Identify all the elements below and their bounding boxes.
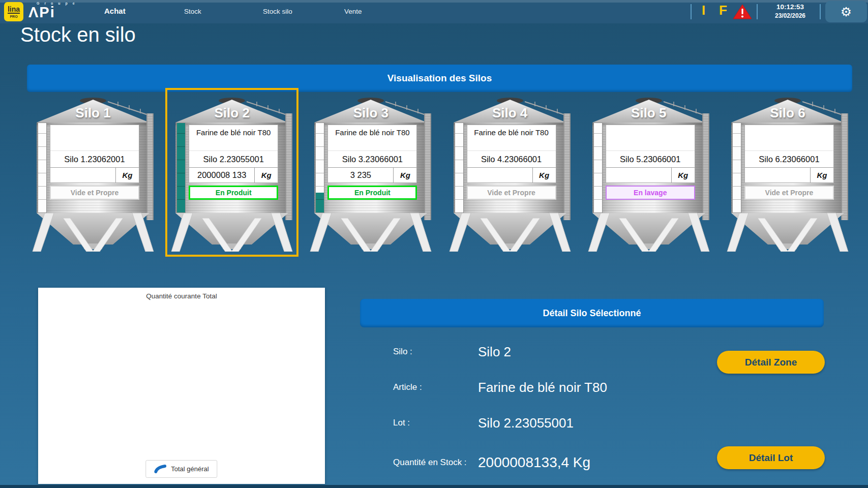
detail-label-quantity: Quantité en Stock : [393,458,478,468]
silo-qty-row: 2000008 133 Kg [189,167,278,182]
page-title: Stock en silo [20,23,136,46]
detail-value-lot: Silo 2.23055001 [478,415,574,431]
detail-section-title: Détail Silo Sélectionné [543,308,641,319]
silo-qty-row: Kg [50,167,139,182]
indicator-f: F [719,3,727,18]
api-logo: ΛPi [28,4,55,21]
silo-info-card: Silo 1.23062001 Kg [50,125,139,183]
clock-time: 10:12:53 [762,3,819,12]
detail-row-quantity: Quantité en Stock : 2000008133,4 Kg [393,452,590,473]
clock: 10:12:53 23/02/2026 [762,3,819,20]
silo-info-card: Silo 6.23066001 Kg [744,125,834,183]
detail-row-article: Article : Farine de blé noir T80 [393,377,607,398]
silo-level-gauge [455,123,464,213]
alarm-warning-icon[interactable] [732,4,753,20]
silo-info-card: Silo 5.23066001 Kg [606,125,695,183]
chart-plot-area [43,305,320,455]
silo-article: Farine de blé noir T80 [467,125,556,150]
silo-level-gauge [176,123,186,213]
silo-info-card: Farine de blé noir T80 Silo 4.23066001 K… [467,125,556,183]
silo-status-badge: Vide et Propre [50,186,139,200]
silo-gauge-ticks [594,123,602,212]
silo-qty-unit: Kg [671,168,695,182]
nav-achat[interactable]: Achat [104,7,126,15]
silo-name: Silo 2 [170,105,293,121]
silo-status-badge: Vide et Propre [467,186,556,200]
silo-name: Silo 1 [32,105,155,121]
screen: lina PRO G r o u p e ΛPi Achat Stock Sto… [0,0,868,488]
detail-section-header: Détail Silo Sélectionné [360,299,824,327]
silo-article [745,125,833,150]
silo-name: Silo 4 [448,105,572,121]
detail-zone-button[interactable]: Détail Zone [717,351,825,374]
silo-level-gauge [593,123,603,213]
detail-label-article: Article : [393,382,478,392]
silo-level-gauge [38,123,47,213]
pro-logo-text: PRO [10,15,17,18]
silo-tile-1[interactable]: Silo 1 Silo 1.23062001 Kg Vide et Propre [32,93,155,252]
chart-title: Quantité courante Total [38,292,325,300]
silo-tile-3[interactable]: Silo 3 Farine de blé noir T80 Silo 3.230… [309,93,432,252]
divider [820,4,821,19]
silo-level-gauge [315,123,324,213]
detail-value-quantity: 2000008133,4 Kg [478,454,590,471]
detail-label-lot: Lot : [393,418,478,428]
silo-tile-4[interactable]: Silo 4 Farine de blé noir T80 Silo 4.230… [448,93,572,252]
top-bar: lina PRO G r o u p e ΛPi Achat Stock Sto… [0,0,868,23]
silo-tile-2[interactable]: Silo 2 Farine de blé noir T80 Silo 2.230… [170,93,293,252]
silo-lot: Silo 5.23066001 [606,150,695,167]
silo-status-badge: En Produit [327,186,417,200]
silo-qty-unit: Kg [254,168,278,182]
silo-info-card: Farine de blé noir T80 Silo 2.23055001 2… [189,125,278,183]
bottom-strip [0,485,868,488]
detail-value-silo: Silo 2 [478,344,511,360]
silo-qty-unit: Kg [393,168,416,182]
silo-article: Farine de blé noir T80 [189,125,278,150]
chart-legend-total-general[interactable]: Total général [145,460,217,478]
silo-row: Silo 1 Silo 1.23062001 Kg Vide et Propre [32,93,849,253]
silos-section-title: Visualisation des Silos [387,73,492,84]
silo-qty-unit: Kg [115,168,139,182]
nav-vente[interactable]: Vente [344,8,362,15]
silo-gauge-ticks [177,123,185,212]
chart-legend-label: Total général [171,465,208,473]
nav-stock[interactable]: Stock [184,8,201,15]
divider [691,4,692,19]
divider [757,4,758,19]
silos-section-header: Visualisation des Silos [27,65,852,92]
silo-level-gauge [732,123,741,213]
detail-value-article: Farine de blé noir T80 [478,380,607,395]
settings-button[interactable]: ⚙ [825,1,867,22]
silo-name: Silo 6 [726,105,849,121]
silo-lot: Silo 6.23066001 [745,150,833,167]
silo-gauge-ticks [316,123,324,212]
nav-stock-silo[interactable]: Stock silo [263,8,292,15]
silo-qty-row: 3 235 Kg [328,167,416,182]
silo-status-badge: En lavage [606,186,695,200]
silo-qty-value [745,168,810,182]
silo-lot: Silo 1.23062001 [50,150,139,167]
silo-status-badge: En Produit [189,186,278,200]
silo-qty-row: Kg [745,167,833,182]
silo-qty-row: Kg [606,167,695,182]
silo-qty-unit: Kg [532,168,556,182]
silo-article [50,125,139,150]
lina-logo-text: lina [8,6,20,14]
silo-lot: Silo 3.23066001 [328,150,416,167]
silo-tile-6[interactable]: Silo 6 Silo 6.23066001 Kg Vide et Propre [726,93,849,252]
line-series-icon [154,465,166,473]
silo-name: Silo 3 [309,105,432,121]
silo-lot: Silo 4.23066001 [467,150,556,167]
silo-article [606,125,695,150]
indicator-i: I [702,3,705,18]
silo-lot: Silo 2.23055001 [189,150,278,167]
silo-tile-5[interactable]: Silo 5 Silo 5.23066001 Kg En lavage [587,93,710,252]
silo-info-card: Farine de blé noir T80 Silo 3.23066001 3… [327,125,417,183]
detail-row-lot: Lot : Silo 2.23055001 [393,413,574,433]
chart-panel: Quantité courante Total Total général [38,288,325,484]
silo-name: Silo 5 [587,105,710,121]
silo-qty-unit: Kg [810,168,833,182]
detail-lot-button[interactable]: Détail Lot [717,446,825,469]
gear-icon: ⚙ [841,6,852,18]
lina-pro-logo: lina PRO [4,2,23,21]
